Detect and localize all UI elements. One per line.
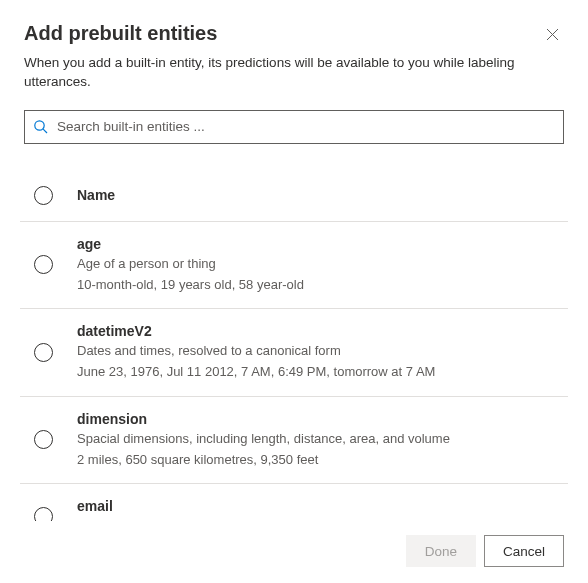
done-button[interactable]: Done (406, 535, 476, 567)
dialog-footer: Done Cancel (24, 521, 564, 567)
close-icon (546, 28, 559, 41)
close-button[interactable] (540, 22, 564, 46)
search-input[interactable] (57, 119, 555, 134)
entity-examples: June 23, 1976, Jul 11 2012, 7 AM, 6:49 P… (77, 363, 560, 381)
entity-row-dimension[interactable]: dimension Spacial dimensions, including … (20, 397, 568, 484)
entity-examples: 10-month-old, 19 years old, 58 year-old (77, 276, 560, 294)
entity-name: dimension (77, 411, 560, 427)
entity-name: email (77, 498, 560, 514)
entity-name: datetimeV2 (77, 323, 560, 339)
entity-row-datetimev2[interactable]: datetimeV2 Dates and times, resolved to … (20, 309, 568, 396)
select-all-radio[interactable] (34, 186, 53, 205)
entity-examples: 2 miles, 650 square kilometres, 9,350 fe… (77, 451, 560, 469)
entity-radio[interactable] (34, 507, 53, 521)
entity-row-email[interactable]: email Email addresses (20, 484, 568, 521)
column-header-name: Name (77, 187, 115, 203)
search-box[interactable] (24, 110, 564, 144)
dialog-description: When you add a built-in entity, its pred… (24, 54, 564, 92)
dialog-header: Add prebuilt entities (24, 22, 564, 46)
list-header: Name (20, 162, 568, 222)
entity-row-age[interactable]: age Age of a person or thing 10-month-ol… (20, 222, 568, 309)
svg-line-3 (43, 129, 47, 133)
cancel-button[interactable]: Cancel (484, 535, 564, 567)
entity-name: age (77, 236, 560, 252)
search-icon (33, 119, 49, 135)
entity-body: age Age of a person or thing 10-month-ol… (77, 236, 560, 294)
dialog-title: Add prebuilt entities (24, 22, 217, 45)
entity-body: dimension Spacial dimensions, including … (77, 411, 560, 469)
entity-radio[interactable] (34, 255, 53, 274)
entity-description: Spacial dimensions, including length, di… (77, 430, 560, 448)
svg-point-2 (35, 121, 44, 130)
entity-list[interactable]: Name age Age of a person or thing 10-mon… (20, 162, 572, 521)
entity-description: Dates and times, resolved to a canonical… (77, 342, 560, 360)
entity-body: email Email addresses (77, 498, 560, 521)
entity-radio[interactable] (34, 430, 53, 449)
entity-body: datetimeV2 Dates and times, resolved to … (77, 323, 560, 381)
add-prebuilt-entities-dialog: Add prebuilt entities When you add a bui… (0, 0, 588, 583)
entity-radio[interactable] (34, 343, 53, 362)
entity-description: Age of a person or thing (77, 255, 560, 273)
